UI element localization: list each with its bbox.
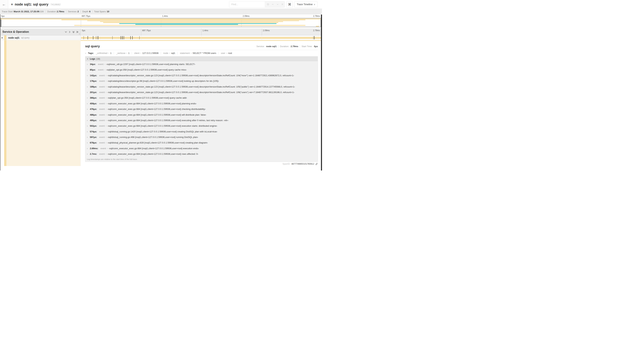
log-timestamp: 366μs: bbox=[90, 97, 97, 99]
log-timestamp: 678μs: bbox=[90, 141, 97, 144]
log-entry[interactable]: ›476μs:event=‹sql/conn_executor_exec.go:… bbox=[87, 108, 318, 113]
detail-indent-area[interactable] bbox=[6, 40, 81, 166]
log-field-value: ‹sql/catalog/lease/descriptor_version_st… bbox=[108, 91, 294, 94]
equals-sign: = bbox=[106, 142, 107, 144]
tags-accordion[interactable]: › Tags: _unfinished=1_verbose=1client=12… bbox=[85, 50, 318, 56]
chevron-right-icon: › bbox=[87, 125, 90, 127]
log-entry[interactable]: ›486μs:event=‹sql/conn_executor_exec.go:… bbox=[87, 114, 318, 119]
time-tick-label: 0μs bbox=[81, 29, 85, 32]
log-entry[interactable]: ›2.69ms:event=‹sql/conn_executor_exec.go… bbox=[87, 147, 318, 153]
span-collapse-chevron-icon[interactable]: ∨ bbox=[0, 37, 4, 39]
equals-sign: = bbox=[126, 52, 127, 54]
log-entry[interactable]: ›597μs:event=‹sql/distsql_running.go:498… bbox=[87, 136, 318, 141]
trace-start-fraction: .326 bbox=[39, 10, 44, 13]
prev-match-icon[interactable] bbox=[272, 3, 274, 6]
log-entry[interactable]: ›189μs:event=‹sql/catalog/lease/descript… bbox=[87, 85, 318, 91]
time-tick-label: 2.79ms bbox=[313, 15, 320, 17]
equals-sign: = bbox=[226, 52, 227, 54]
log-marker bbox=[122, 36, 122, 39]
log-field-key: event bbox=[99, 80, 105, 82]
find-input[interactable] bbox=[229, 2, 265, 8]
detail-span-accent[interactable] bbox=[4, 40, 6, 166]
log-timestamp: 486μs: bbox=[90, 114, 97, 116]
span-detail-panel: sql query Service: node sql1 Duration: 2… bbox=[81, 40, 322, 166]
trace-start-value: March 31 2022, 17:25:09 bbox=[14, 10, 39, 13]
next-match-icon[interactable] bbox=[276, 3, 279, 6]
service-operation-header: Service & Operation || bbox=[0, 29, 81, 35]
clear-find-icon[interactable] bbox=[281, 3, 284, 5]
timeline-ruler: 0μs697.75μs1.4ms2.09ms2.79ms bbox=[81, 29, 322, 35]
log-field-value: ‹sql/conn_executor_exec.go:684 [nsql1,cl… bbox=[108, 102, 196, 105]
depth-value: 6 bbox=[89, 10, 90, 13]
equals-sign: = bbox=[106, 131, 107, 133]
log-field-key: event bbox=[100, 147, 106, 150]
keyboard-shortcuts-button[interactable]: ⌘ bbox=[286, 1, 293, 8]
log-entry[interactable]: ›502μs:event=‹sql/conn_executor_exec.go:… bbox=[87, 125, 318, 130]
logs-list: ›34μs:event=‹sql/exec_util.go:2297 [nsql… bbox=[85, 61, 318, 157]
start-time-label: Start Time: bbox=[302, 45, 312, 48]
trace-summary-bar: Trace Start March 31 2022, 17:25:09 .326… bbox=[0, 9, 322, 14]
log-field-key: event bbox=[99, 114, 105, 116]
grid-line bbox=[201, 29, 202, 35]
log-entry[interactable]: ›176μs:event=‹sql/catalog/descs/descript… bbox=[87, 80, 318, 85]
log-entry[interactable]: ›678μs:event=‹sql/distsql_physical_plann… bbox=[87, 141, 318, 147]
log-entry[interactable]: ›459μs:event=‹sql/conn_executor_exec.go:… bbox=[87, 102, 318, 108]
tag-key: client bbox=[134, 52, 139, 54]
trace-minimap[interactable] bbox=[0, 18, 322, 27]
detail-header: sql query Service: node sql1 Duration: 2… bbox=[85, 43, 318, 50]
log-entry[interactable]: ›574μs:event=‹sql/distsql_running.go:142… bbox=[87, 130, 318, 136]
logs-header[interactable]: ∨ Logs (18) bbox=[85, 57, 318, 61]
log-entry[interactable]: ›2.7ms:event=‹sql/conn_executor_exec.go:… bbox=[87, 153, 318, 157]
equals-sign: = bbox=[107, 147, 108, 150]
minimap-span-bar bbox=[100, 21, 283, 22]
log-entry[interactable]: ›80μs:event=‹sql/plan_opt.go:358 [nsql1,… bbox=[87, 69, 318, 74]
trace-collapse-chevron-icon[interactable]: ∨ bbox=[11, 3, 13, 6]
tag-item[interactable]: _verbose=1 bbox=[114, 52, 132, 54]
span-duration-bar[interactable] bbox=[81, 37, 321, 39]
log-entry[interactable]: ›495μs:event=‹sql/conn_executor_exec.go:… bbox=[87, 119, 318, 125]
deep-link-icon[interactable] bbox=[315, 163, 318, 165]
minimap-span-bar bbox=[62, 20, 306, 20]
log-marker bbox=[93, 36, 93, 39]
vertical-scrollbar[interactable] bbox=[321, 15, 322, 171]
collapse-all-icon[interactable] bbox=[72, 30, 75, 34]
start-time-value: 0μs bbox=[314, 45, 318, 48]
log-field-value: ‹sql/catalog/lease/descriptor_version_st… bbox=[108, 85, 295, 88]
detail-meta: Service: node sql1 Duration: 2.79ms Star… bbox=[256, 44, 318, 48]
services-label: Services bbox=[68, 10, 77, 13]
tag-value: root bbox=[228, 52, 232, 54]
column-resize-grip[interactable]: || bbox=[79, 33, 80, 35]
duration-value: 2.79ms bbox=[56, 10, 64, 13]
log-entry[interactable]: ›34μs:event=‹sql/exec_util.go:2297 [nsql… bbox=[87, 63, 318, 69]
log-field-key: event bbox=[99, 125, 105, 127]
chevron-right-icon: › bbox=[87, 108, 90, 110]
equals-sign: = bbox=[106, 91, 107, 93]
duration-label: Duration: bbox=[280, 45, 289, 48]
tag-item[interactable]: user=root bbox=[218, 52, 234, 54]
log-field-key: event bbox=[99, 141, 105, 144]
span-name-cell[interactable]: ∨ node sql1 sql query bbox=[0, 35, 81, 40]
focus-match-icon[interactable] bbox=[267, 3, 269, 6]
tag-key: node bbox=[163, 52, 168, 54]
back-button[interactable]: ← bbox=[0, 0, 8, 9]
log-timestamp: 201μs: bbox=[90, 91, 97, 94]
equals-sign: = bbox=[106, 125, 107, 127]
log-marker bbox=[314, 36, 314, 39]
tag-item[interactable]: _unfinished=1 bbox=[96, 52, 114, 54]
log-entry[interactable]: ›142μs:event=‹sql/catalog/lease/descript… bbox=[87, 74, 318, 80]
equals-sign: = bbox=[140, 52, 141, 54]
minimap-left-scrubber[interactable] bbox=[0, 18, 2, 27]
expand-all-icon[interactable] bbox=[75, 30, 79, 34]
collapse-one-icon[interactable] bbox=[64, 30, 68, 34]
tag-value: 1 bbox=[128, 52, 130, 54]
tag-item[interactable]: node=sql1 bbox=[161, 52, 178, 54]
expand-one-icon[interactable] bbox=[68, 30, 72, 34]
chevron-right-icon: › bbox=[87, 74, 90, 77]
tag-item[interactable]: statement=SELECT * FROM users bbox=[178, 52, 218, 54]
log-entry[interactable]: ›366μs:event=‹sql/plan_opt.go:358 [nsql1… bbox=[87, 97, 318, 102]
trace-view-selector[interactable]: Trace Timeline ∨ bbox=[294, 1, 318, 8]
log-entry[interactable]: ›201μs:event=‹sql/catalog/lease/descript… bbox=[87, 91, 318, 97]
tag-key: _verbose bbox=[116, 52, 125, 54]
tag-item[interactable]: client=127.0.0.1:59936 bbox=[132, 52, 161, 54]
log-timestamp: 142μs: bbox=[90, 74, 97, 77]
